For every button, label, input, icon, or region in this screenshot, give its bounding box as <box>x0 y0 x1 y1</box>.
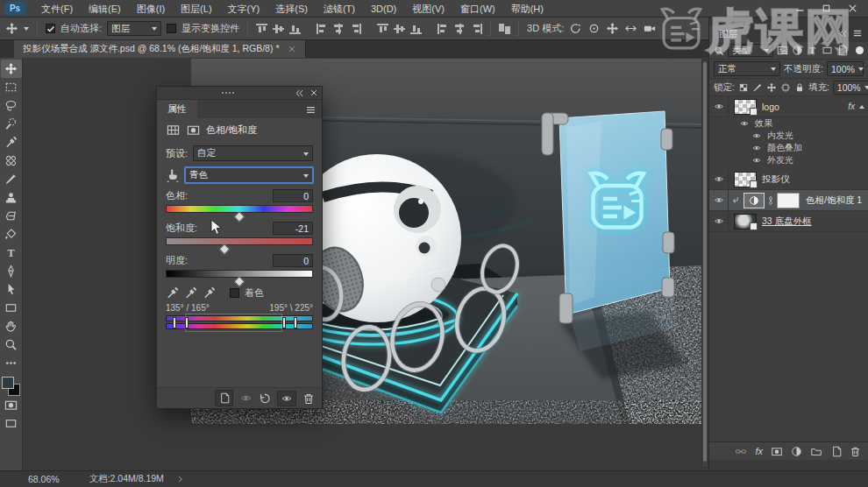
auto-select-dropdown[interactable]: 图层 <box>107 21 161 36</box>
show-transform-checkbox[interactable] <box>167 24 176 33</box>
colorize-checkbox[interactable] <box>230 288 239 298</box>
range-marker[interactable] <box>185 317 189 328</box>
lock-artboard-icon[interactable] <box>780 82 791 93</box>
panel-menu-icon[interactable] <box>305 104 317 116</box>
canvas-vertical-scrollbar[interactable] <box>701 60 708 468</box>
link-layers-icon[interactable] <box>735 446 747 457</box>
effect-visibility-toggle[interactable] <box>751 156 762 165</box>
distribute-bottom-edges-icon[interactable] <box>410 24 422 34</box>
lightness-slider[interactable] <box>166 270 313 278</box>
layer-row-logo[interactable]: logo fx <box>709 96 868 117</box>
pen-tool[interactable] <box>1 262 22 280</box>
add-adjustment-layer-icon[interactable] <box>791 446 802 457</box>
reset-adjustment-icon[interactable] <box>259 392 271 405</box>
layer-name[interactable]: 色相/饱和度 1 <box>806 194 862 207</box>
scrollbar-thumb[interactable] <box>703 62 707 462</box>
paint-bucket-tool[interactable] <box>1 225 22 244</box>
distribute-top-edges-icon[interactable] <box>377 24 388 34</box>
type-tool[interactable] <box>1 244 22 262</box>
rectangle-shape-tool[interactable] <box>1 299 22 317</box>
lightness-slider-thumb[interactable] <box>234 276 245 287</box>
saturation-slider[interactable] <box>166 237 313 245</box>
range-marker[interactable] <box>173 317 176 328</box>
clone-stamp-tool[interactable] <box>1 188 22 207</box>
distribute-vertical-centers-icon[interactable] <box>394 24 405 34</box>
layer-visibility-toggle[interactable] <box>709 169 729 189</box>
filter-pixel-layers-icon[interactable] <box>777 45 788 56</box>
path-selection-tool[interactable] <box>1 280 22 299</box>
move-tool-icon[interactable] <box>5 22 18 35</box>
dock-menu-icon[interactable] <box>852 28 863 39</box>
menu-image[interactable]: 图像(I) <box>129 0 173 18</box>
tab-layers[interactable]: 图层 <box>709 25 747 42</box>
fill-field[interactable]: 100% <box>833 81 868 95</box>
effect-row-inner-glow[interactable]: 内发光 <box>709 130 868 142</box>
filter-toggle[interactable] <box>856 46 864 54</box>
eraser-tool[interactable] <box>1 207 22 225</box>
effect-visibility-toggle[interactable] <box>751 144 762 152</box>
lock-pixels-icon[interactable] <box>752 82 763 93</box>
range-marker[interactable] <box>294 317 297 328</box>
menu-select[interactable]: 选择(S) <box>267 0 316 18</box>
saturation-slider-thumb[interactable] <box>218 244 230 255</box>
delete-layer-icon[interactable] <box>850 446 861 457</box>
auto-align-layers-icon[interactable] <box>499 24 510 34</box>
hue-value-field[interactable]: 0 <box>273 189 313 202</box>
effects-header-row[interactable]: 效果 <box>709 117 868 130</box>
adjustment-layer-thumbnail[interactable] <box>743 193 765 208</box>
collapse-effects-icon[interactable] <box>859 102 864 109</box>
move-tool[interactable] <box>1 60 22 78</box>
clip-to-layer-button[interactable] <box>215 390 233 406</box>
lock-transparency-icon[interactable] <box>738 82 749 93</box>
collapse-panel-icon[interactable] <box>295 88 304 98</box>
add-layer-style-button[interactable]: fx <box>755 446 763 456</box>
layer-mask-thumbnail[interactable] <box>777 193 800 208</box>
align-vertical-centers-icon[interactable] <box>273 24 284 34</box>
align-top-edges-icon[interactable] <box>256 24 267 34</box>
toggle-visibility-button[interactable] <box>277 391 296 406</box>
align-left-edges-icon[interactable] <box>317 24 328 34</box>
menu-filter[interactable]: 滤镜(T) <box>316 0 363 18</box>
lock-position-icon[interactable] <box>766 82 777 93</box>
range-marker[interactable] <box>282 317 286 328</box>
lasso-tool[interactable] <box>1 96 22 115</box>
hue-slider[interactable] <box>166 205 313 213</box>
close-button[interactable] <box>840 2 864 16</box>
more-tools-button[interactable] <box>1 354 22 372</box>
align-bottom-edges-icon[interactable] <box>289 24 301 34</box>
quick-mask-button[interactable] <box>1 396 22 414</box>
marquee-tool[interactable] <box>1 78 22 96</box>
3d-slide-icon[interactable] <box>624 22 637 35</box>
document-tab[interactable]: 投影仪场景合成 源文件.psd @ 68.1% (色相/饱和度 1, RGB/8… <box>14 40 306 58</box>
distribute-left-edges-icon[interactable] <box>438 24 449 34</box>
3d-orbit-icon[interactable] <box>569 22 582 35</box>
fx-badge[interactable]: fx <box>848 102 855 111</box>
layer-visibility-toggle[interactable] <box>709 96 729 116</box>
menu-window[interactable]: 窗口(W) <box>452 0 503 18</box>
filter-type-dropdown[interactable]: 类型 <box>728 44 773 57</box>
effects-visibility-toggle[interactable] <box>739 119 750 128</box>
status-options-chevron-icon[interactable] <box>176 475 185 483</box>
3d-pan-icon[interactable] <box>606 22 619 35</box>
mask-icon[interactable] <box>186 124 201 137</box>
panel-grip[interactable] <box>221 91 235 95</box>
filter-adjustment-layers-icon[interactable] <box>792 45 803 56</box>
mask-link-icon[interactable] <box>765 196 776 205</box>
layer-name[interactable]: logo <box>762 102 779 112</box>
quick-selection-tool[interactable] <box>1 115 22 133</box>
minimize-button[interactable] <box>787 2 812 16</box>
color-swatches[interactable] <box>2 375 21 396</box>
targeted-adjustment-icon[interactable] <box>166 168 180 182</box>
tab-properties[interactable]: 属性 <box>157 100 197 118</box>
foreground-color-swatch[interactable] <box>2 377 14 389</box>
layer-thumbnail[interactable] <box>734 172 757 187</box>
menu-type[interactable]: 文字(Y) <box>220 0 268 18</box>
lightness-value-field[interactable]: 0 <box>273 254 313 267</box>
close-document-icon[interactable] <box>288 45 296 53</box>
distribute-horizontal-centers-icon[interactable] <box>454 24 466 34</box>
menu-help[interactable]: 帮助(H) <box>503 0 551 18</box>
properties-panel-titlebar[interactable] <box>157 87 322 100</box>
add-layer-mask-icon[interactable] <box>771 446 783 457</box>
layer-row-projector[interactable]: 投影仪 <box>709 169 868 190</box>
menu-file[interactable]: 文件(F) <box>33 0 81 18</box>
